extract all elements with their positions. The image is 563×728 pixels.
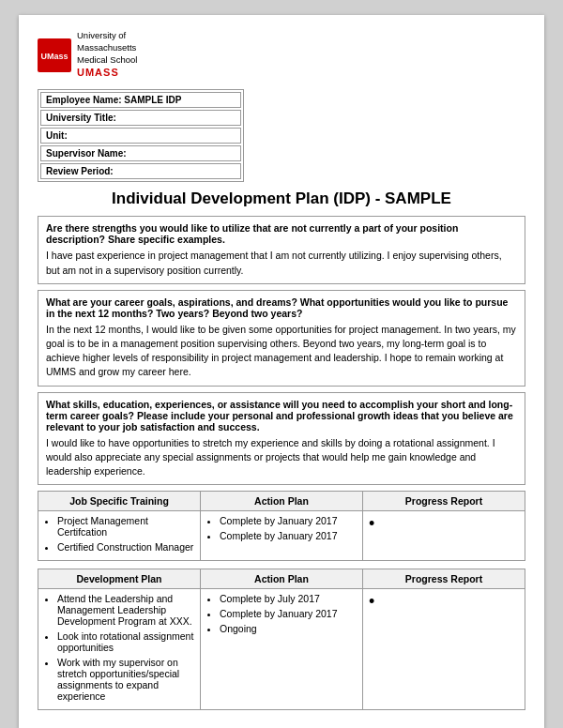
progress-cell: • (363, 589, 525, 710)
info-row: Supervisor Name: (40, 145, 241, 161)
training-table: Job Specific TrainingAction PlanProgress… (38, 491, 525, 561)
logo-text: University of Massachusetts Medical Scho… (77, 30, 137, 80)
training-cell: Attend the Leadership and Management Lea… (38, 589, 201, 710)
table-header: Progress Report (363, 569, 525, 589)
action-cell: Complete by January 2017Complete by Janu… (201, 511, 363, 561)
progress-bullet: • (369, 592, 374, 611)
info-row: Unit: (40, 128, 241, 144)
section-question: What skills, education, experiences, or … (46, 399, 517, 432)
page: UMass University of Massachusetts Medica… (19, 15, 544, 728)
section-answer: In the next 12 months, I would like to b… (46, 323, 517, 380)
table-header: Action Plan (201, 569, 363, 589)
list-item: Work with my supervisor on stretch oppor… (57, 657, 194, 702)
table-row: Project Management CertifcationCertified… (38, 511, 525, 561)
info-row: Employee Name: SAMPLE IDP (40, 92, 241, 108)
table-header: Job Specific Training (38, 492, 201, 511)
section-answer: I have past experience in project manage… (46, 249, 517, 277)
table-header: Action Plan (201, 492, 363, 511)
list-item: Certified Construction Manager (57, 541, 194, 553)
list-item: Ongoing (220, 623, 357, 634)
svg-text:UMass: UMass (40, 52, 68, 61)
info-label: University Title: (40, 110, 241, 126)
section-1: Are there strengths you would like to ut… (38, 216, 525, 283)
info-table: Employee Name: SAMPLE IDPUniversity Titl… (38, 89, 244, 182)
list-item: Complete by January 2017 (220, 530, 357, 541)
list-item: Project Management Certifcation (57, 515, 194, 538)
section-3: What skills, education, experiences, or … (38, 392, 525, 486)
section-2: What are your career goals, aspirations,… (38, 290, 525, 387)
list-item: Complete by January 2017 (220, 515, 357, 526)
list-item: Look into rotational assignment opportun… (57, 630, 194, 653)
header: UMass University of Massachusetts Medica… (38, 30, 525, 80)
section-question: What are your career goals, aspirations,… (46, 296, 517, 319)
list-item: Complete by July 2017 (220, 593, 357, 604)
university-line3: Medical School (77, 54, 137, 67)
table-header: Development Plan (38, 569, 201, 589)
table-row: Attend the Leadership and Management Lea… (38, 589, 525, 710)
info-label: Employee Name: SAMPLE IDP (40, 92, 241, 108)
section-question: Are there strengths you would like to ut… (46, 222, 517, 245)
table-header: Progress Report (363, 492, 525, 511)
info-label: Supervisor Name: (40, 145, 241, 161)
training-cell: Project Management CertifcationCertified… (38, 511, 201, 561)
list-item: Attend the Leadership and Management Lea… (57, 593, 194, 627)
info-row: University Title: (40, 110, 241, 126)
university-line1: University of (77, 30, 137, 42)
umass-logo-icon: UMass (38, 38, 71, 72)
progress-cell: • (363, 511, 525, 561)
info-row: Review Period: (40, 163, 241, 179)
list-item: Complete by January 2017 (220, 608, 357, 619)
umass-label: UMASS (77, 66, 137, 80)
development-table: Development PlanAction PlanProgress Repo… (38, 569, 525, 710)
info-label: Unit: (40, 128, 241, 144)
university-line2: Massachusetts (77, 42, 137, 54)
info-label: Review Period: (40, 163, 241, 179)
progress-bullet: • (369, 514, 374, 533)
logo-box: UMass University of Massachusetts Medica… (38, 30, 137, 80)
section-answer: I would like to have opportunities to st… (46, 436, 517, 479)
action-cell: Complete by July 2017Complete by January… (201, 589, 363, 710)
main-title: Individual Development Plan (IDP) - SAMP… (38, 190, 525, 208)
